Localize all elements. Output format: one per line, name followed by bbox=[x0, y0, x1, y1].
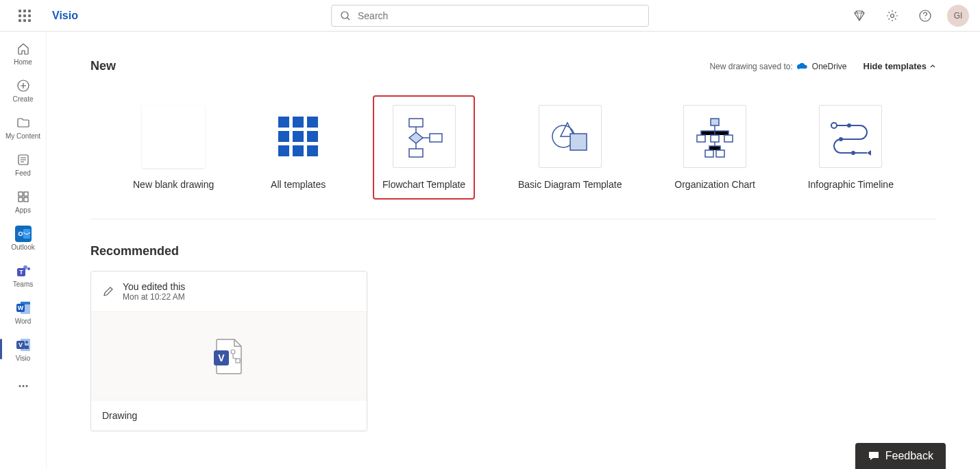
rail-item-visio[interactable]: V Visio bbox=[0, 330, 47, 368]
template-thumb-all bbox=[267, 105, 330, 168]
svg-point-51 bbox=[847, 123, 851, 128]
svg-rect-7 bbox=[19, 192, 23, 196]
new-section-title: New bbox=[90, 59, 116, 73]
feed-icon bbox=[15, 152, 32, 168]
rail-label: My Content bbox=[5, 132, 40, 140]
svg-rect-24 bbox=[25, 346, 29, 349]
template-flowchart[interactable]: Flowchart Template bbox=[373, 95, 475, 200]
rail-label: Visio bbox=[16, 354, 31, 362]
rail-item-teams[interactable]: T Teams bbox=[0, 256, 47, 293]
speech-bubble-icon bbox=[868, 450, 880, 462]
diamond-premium-button[interactable] bbox=[848, 5, 870, 27]
svg-rect-39 bbox=[409, 119, 423, 127]
svg-text:V: V bbox=[18, 341, 22, 348]
svg-rect-41 bbox=[409, 149, 423, 157]
svg-point-50 bbox=[831, 123, 837, 128]
svg-point-28 bbox=[22, 385, 24, 387]
app-name-label[interactable]: Visio bbox=[52, 10, 78, 22]
help-button[interactable] bbox=[914, 5, 936, 27]
template-label: All templates bbox=[271, 179, 326, 190]
svg-rect-47 bbox=[724, 135, 733, 142]
template-blank[interactable]: New blank drawing bbox=[123, 95, 223, 200]
rail-item-apps[interactable]: Apps bbox=[0, 182, 47, 219]
top-header: Visio bbox=[0, 0, 980, 32]
search-input[interactable] bbox=[358, 10, 640, 21]
svg-rect-37 bbox=[293, 145, 304, 156]
teams-icon: T bbox=[15, 263, 32, 279]
rail-item-mycontent[interactable]: My Content bbox=[0, 108, 47, 145]
rail-item-create[interactable]: Create bbox=[0, 71, 47, 108]
template-thumb-timeline bbox=[819, 105, 882, 168]
home-icon bbox=[15, 40, 32, 57]
templates-row: New blank drawing All templates bbox=[90, 95, 936, 219]
svg-rect-44 bbox=[711, 119, 719, 125]
template-basic-diagram[interactable]: Basic Diagram Template bbox=[509, 95, 631, 200]
rail-label: Teams bbox=[13, 280, 33, 288]
rail-item-feed[interactable]: Feed bbox=[0, 145, 47, 182]
svg-rect-34 bbox=[293, 131, 304, 142]
rail-item-home[interactable]: Home bbox=[0, 34, 47, 71]
svg-rect-33 bbox=[278, 131, 289, 142]
save-location-info: New drawing saved to: OneDrive bbox=[709, 62, 846, 71]
folder-icon bbox=[15, 115, 32, 131]
save-location-name: OneDrive bbox=[812, 62, 847, 71]
rec-card-header: You edited this Mon at 10:22 AM bbox=[91, 272, 367, 311]
rail-item-more[interactable] bbox=[0, 368, 47, 405]
svg-point-29 bbox=[25, 385, 27, 387]
svg-rect-48 bbox=[705, 150, 713, 157]
svg-rect-30 bbox=[278, 117, 289, 128]
svg-rect-13 bbox=[23, 229, 30, 239]
svg-point-53 bbox=[851, 151, 855, 155]
chevron-up-icon bbox=[929, 63, 936, 70]
template-label: Organization Chart bbox=[674, 179, 755, 190]
search-box[interactable] bbox=[331, 5, 649, 27]
svg-text:V: V bbox=[218, 352, 225, 363]
settings-button[interactable] bbox=[881, 5, 903, 27]
visio-icon: V bbox=[15, 337, 32, 353]
template-label: Flowchart Template bbox=[382, 179, 465, 190]
visio-file-icon: V bbox=[210, 337, 248, 375]
svg-point-0 bbox=[341, 12, 348, 19]
rec-card-preview: V bbox=[91, 311, 367, 400]
onedrive-icon bbox=[797, 62, 808, 70]
hide-templates-button[interactable]: Hide templates bbox=[863, 61, 936, 71]
rail-label: Apps bbox=[15, 206, 31, 214]
svg-rect-46 bbox=[711, 135, 719, 142]
template-timeline[interactable]: Infographic Timeline bbox=[798, 95, 903, 200]
pencil-icon bbox=[102, 285, 114, 298]
recommended-title: Recommended bbox=[90, 244, 936, 258]
avatar[interactable]: GI bbox=[947, 5, 969, 27]
svg-rect-40 bbox=[430, 134, 442, 142]
svg-text:W: W bbox=[17, 304, 23, 311]
template-label: New blank drawing bbox=[133, 179, 214, 190]
feedback-label: Feedback bbox=[885, 450, 933, 462]
app-launcher-button[interactable] bbox=[11, 2, 38, 29]
svg-point-23 bbox=[25, 341, 28, 344]
svg-rect-31 bbox=[293, 117, 304, 128]
apps-icon bbox=[15, 189, 32, 205]
svg-line-1 bbox=[347, 18, 350, 20]
rail-item-word[interactable]: W Word bbox=[0, 293, 47, 330]
template-label: Infographic Timeline bbox=[808, 179, 894, 190]
svg-point-52 bbox=[839, 137, 843, 141]
svg-rect-10 bbox=[24, 197, 28, 202]
feedback-button[interactable]: Feedback bbox=[855, 443, 946, 469]
svg-point-2 bbox=[891, 14, 894, 17]
question-icon bbox=[918, 9, 932, 23]
rail-label: Home bbox=[14, 58, 32, 66]
template-thumb-blank bbox=[142, 105, 205, 168]
template-thumb-flowchart bbox=[393, 105, 456, 168]
rail-label: Create bbox=[12, 95, 33, 103]
rec-time-text: Mon at 10:22 AM bbox=[123, 292, 185, 302]
svg-text:O: O bbox=[18, 230, 23, 237]
template-org-chart[interactable]: Organization Chart bbox=[665, 95, 765, 200]
recommended-card[interactable]: You edited this Mon at 10:22 AM V Drawin… bbox=[90, 271, 367, 431]
svg-rect-9 bbox=[19, 197, 23, 202]
svg-rect-45 bbox=[697, 135, 705, 142]
rail-item-outlook[interactable]: O Outlook bbox=[0, 219, 47, 256]
svg-point-4 bbox=[924, 18, 925, 19]
word-icon: W bbox=[15, 300, 32, 316]
template-all[interactable]: All templates bbox=[257, 95, 339, 200]
svg-rect-35 bbox=[307, 131, 318, 142]
svg-rect-8 bbox=[24, 192, 28, 196]
